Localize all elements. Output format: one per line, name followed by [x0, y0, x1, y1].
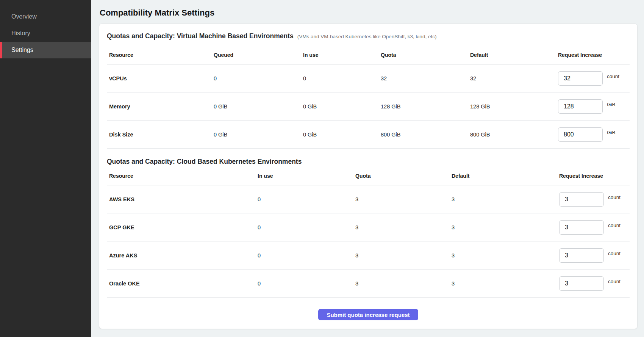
sidebar: Overview History Settings — [0, 0, 91, 337]
unit-label: count — [608, 251, 621, 256]
vm-table-body: vCPUs003232countMemory0 GiB0 GiB128 GiB1… — [107, 64, 630, 149]
column-header: Default — [470, 41, 558, 64]
sidebar-item-label: Overview — [11, 13, 37, 20]
k8s-table-header-row: ResourceIn useQuotaDefaultRequest Increa… — [107, 166, 630, 185]
resource-cell: Memory — [109, 103, 214, 110]
column-header: In use — [258, 166, 355, 185]
quota-cell: 128 GiB — [381, 103, 470, 110]
resource-cell: GCP GKE — [109, 224, 258, 230]
column-header: In use — [303, 41, 381, 64]
default-cell: 3 — [452, 281, 559, 287]
k8s-table-body: AWS EKS033countGCP GKE033countAzure AKS0… — [107, 185, 630, 298]
sidebar-item-overview[interactable]: Overview — [0, 8, 91, 25]
resource-cell: AWS EKS — [109, 196, 258, 202]
queued-cell: 0 — [214, 75, 303, 82]
page-title: Compatibility Matrix Settings — [100, 8, 638, 18]
column-header: Default — [452, 166, 559, 185]
request-increase-input[interactable] — [558, 71, 603, 86]
queued-cell: 0 GiB — [214, 132, 303, 138]
quota-cell: 3 — [355, 252, 452, 259]
column-header: Request Increase — [558, 41, 630, 64]
request-increase-cell: count — [559, 276, 630, 291]
quota-cell: 3 — [355, 281, 452, 287]
table-row: vCPUs003232count — [107, 64, 630, 92]
app-window: Overview History Settings Compatibility … — [0, 0, 644, 337]
request-increase-input[interactable] — [558, 99, 603, 114]
column-header: Request Increase — [559, 166, 630, 185]
unit-label: count — [608, 279, 621, 284]
request-increase-cell: count — [559, 192, 630, 207]
in-use-cell: 0 — [258, 281, 355, 287]
in-use-cell: 0 — [258, 196, 355, 202]
table-row: Oracle OKE033count — [107, 270, 630, 298]
unit-label: count — [608, 194, 621, 200]
vm-quota-table: ResourceQueuedIn useQuotaDefaultRequest … — [107, 41, 630, 149]
k8s-section-title: Quotas and Capacity: Cloud Based Kuberne… — [107, 157, 302, 166]
vm-section-subtitle: (VMs and VM-based Kubernetes like OpenSh… — [297, 32, 437, 41]
unit-label: GiB — [607, 130, 616, 135]
in-use-cell: 0 GiB — [303, 132, 381, 138]
default-cell: 128 GiB — [470, 103, 558, 110]
card-footer: Submit quota increase request — [107, 298, 630, 329]
default-cell: 3 — [452, 252, 559, 259]
request-increase-cell: GiB — [558, 127, 630, 142]
column-header: Queued — [214, 41, 303, 64]
request-increase-input[interactable] — [559, 220, 604, 235]
request-increase-cell: count — [559, 220, 630, 235]
sidebar-item-history[interactable]: History — [0, 25, 91, 42]
quota-cell: 800 GiB — [381, 132, 470, 138]
in-use-cell: 0 GiB — [303, 103, 381, 110]
k8s-section-header: Quotas and Capacity: Cloud Based Kuberne… — [107, 157, 630, 166]
vm-section-header: Quotas and Capacity: Virtual Machine Bas… — [107, 31, 630, 41]
main-content: Compatibility Matrix Settings Quotas and… — [91, 0, 644, 337]
request-increase-input[interactable] — [558, 127, 603, 142]
column-header: Quota — [381, 41, 470, 64]
unit-label: count — [607, 74, 619, 79]
default-cell: 800 GiB — [470, 132, 558, 138]
sidebar-item-label: Settings — [11, 47, 33, 53]
in-use-cell: 0 — [258, 252, 355, 259]
vm-section-title: Quotas and Capacity: Virtual Machine Bas… — [107, 31, 294, 41]
table-row: Azure AKS033count — [107, 241, 630, 270]
quota-cell: 3 — [355, 224, 452, 230]
column-header: Quota — [355, 166, 452, 185]
default-cell: 32 — [470, 75, 558, 82]
quota-cell: 32 — [381, 75, 470, 82]
table-row: GCP GKE033count — [107, 213, 630, 241]
column-header: Resource — [109, 166, 258, 185]
sidebar-item-settings[interactable]: Settings — [0, 42, 91, 58]
in-use-cell: 0 — [303, 75, 381, 82]
quota-settings-card: Quotas and Capacity: Virtual Machine Bas… — [99, 24, 638, 329]
vm-table-header-row: ResourceQueuedIn useQuotaDefaultRequest … — [107, 41, 630, 64]
table-row: AWS EKS033count — [107, 185, 630, 213]
quota-cell: 3 — [355, 196, 452, 202]
default-cell: 3 — [452, 224, 559, 230]
table-row: Disk Size0 GiB0 GiB800 GiB800 GiBGiB — [107, 121, 630, 149]
sidebar-item-label: History — [11, 30, 30, 37]
default-cell: 3 — [452, 196, 559, 202]
resource-cell: Azure AKS — [109, 252, 258, 259]
resource-cell: Disk Size — [109, 132, 214, 138]
request-increase-input[interactable] — [559, 192, 604, 207]
column-header: Resource — [109, 41, 214, 64]
resource-cell: vCPUs — [109, 75, 214, 82]
unit-label: count — [608, 223, 621, 228]
in-use-cell: 0 — [258, 224, 355, 230]
request-increase-input[interactable] — [559, 276, 604, 291]
request-increase-cell: count — [558, 71, 630, 86]
table-row: Memory0 GiB0 GiB128 GiB128 GiBGiB — [107, 92, 630, 121]
resource-cell: Oracle OKE — [109, 281, 258, 287]
request-increase-input[interactable] — [559, 248, 604, 263]
request-increase-cell: GiB — [558, 99, 630, 114]
k8s-quota-table: ResourceIn useQuotaDefaultRequest Increa… — [107, 166, 630, 298]
request-increase-cell: count — [559, 248, 630, 263]
submit-quota-increase-button[interactable]: Submit quota increase request — [318, 309, 418, 320]
unit-label: GiB — [607, 102, 616, 107]
queued-cell: 0 GiB — [214, 103, 303, 110]
